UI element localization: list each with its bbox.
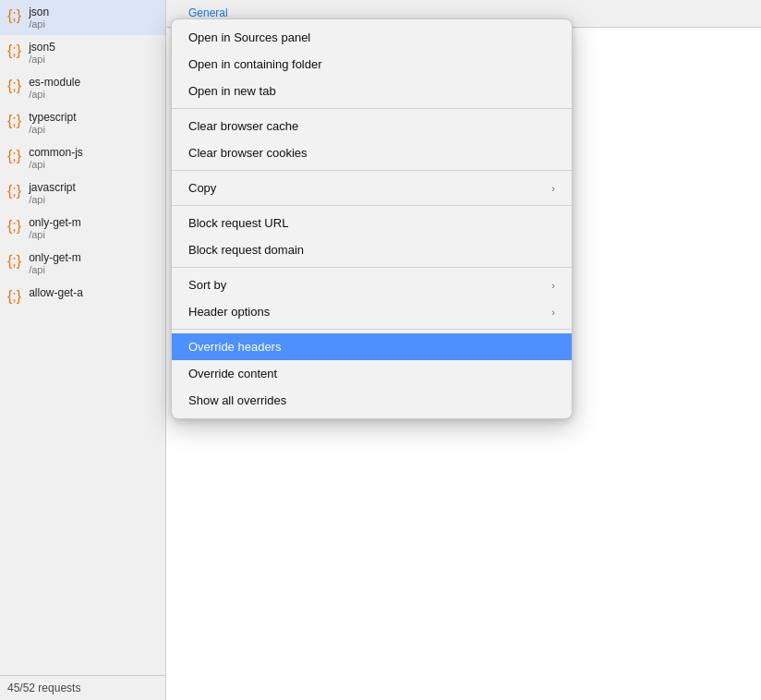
sidebar-name-8: allow-get-a: [29, 286, 83, 299]
menu-separator-2: [172, 108, 572, 109]
menu-item-10[interactable]: Override headers: [172, 333, 572, 360]
menu-item-label-3: Clear browser cache: [188, 119, 298, 133]
menu-item-label-5: Copy: [188, 181, 216, 195]
menu-item-2[interactable]: Open in new tab: [172, 78, 572, 104]
menu-item-arrow-5: ›: [551, 183, 555, 194]
menu-item-label-12: Show all overrides: [188, 393, 286, 407]
sidebar-path-6: /api: [29, 229, 81, 240]
sidebar-item-8[interactable]: {;} allow-get-a: [0, 281, 165, 310]
menu-item-label-6: Block request URL: [188, 216, 288, 230]
sidebar-path-5: /api: [29, 194, 76, 205]
sidebar-name-2: es-module: [29, 76, 80, 89]
sidebar-footer: 45/52 requests: [0, 675, 165, 700]
sidebar-item-3[interactable]: {;} typescript /api: [0, 105, 165, 140]
sidebar-icon-7: {;}: [7, 252, 21, 270]
sidebar: {;} json /api {;} json5 /api {;} es-modu…: [0, 0, 166, 700]
menu-item-arrow-9: ›: [551, 307, 555, 318]
menu-item-8[interactable]: Sort by ›: [172, 272, 572, 298]
menu-item-label-8: Sort by: [188, 278, 226, 292]
menu-item-6[interactable]: Block request URL: [172, 210, 572, 236]
menu-item-label-1: Open in containing folder: [188, 57, 322, 71]
menu-item-label-10: Override headers: [188, 340, 281, 354]
menu-separator-9: [172, 329, 572, 330]
menu-item-1[interactable]: Open in containing folder: [172, 51, 572, 78]
menu-separator-4: [172, 170, 572, 171]
sidebar-item-4[interactable]: {;} common-js /api: [0, 140, 165, 175]
sidebar-icon-6: {;}: [7, 217, 21, 235]
sidebar-item-2[interactable]: {;} es-module /api: [0, 70, 165, 105]
menu-item-label-9: Header options: [188, 305, 270, 319]
sidebar-icon-2: {;}: [7, 77, 21, 94]
menu-item-arrow-8: ›: [551, 280, 555, 291]
menu-item-9[interactable]: Header options ›: [172, 298, 572, 325]
sidebar-icon-5: {;}: [7, 182, 21, 199]
sidebar-path-2: /api: [29, 89, 80, 100]
menu-item-label-2: Open in new tab: [188, 84, 276, 98]
menu-separator-7: [172, 267, 572, 268]
menu-item-label-0: Open in Sources panel: [188, 30, 310, 44]
sidebar-item-1[interactable]: {;} json5 /api: [0, 35, 165, 70]
menu-item-label-4: Clear browser cookies: [188, 146, 308, 160]
menu-item-label-11: Override content: [188, 367, 277, 380]
sidebar-item-5[interactable]: {;} javascript /api: [0, 175, 165, 211]
sidebar-path-0: /api: [29, 18, 49, 30]
sidebar-name-7: only-get-m: [29, 251, 81, 264]
menu-separator-5: [172, 205, 572, 206]
sidebar-icon-8: {;}: [7, 287, 21, 305]
sidebar-icon-3: {;}: [7, 112, 21, 129]
context-menu: Open in Sources panel Open in containing…: [171, 18, 573, 419]
sidebar-name-6: only-get-m: [29, 216, 81, 229]
sidebar-path-4: /api: [29, 159, 83, 170]
sidebar-name-5: javascript: [29, 181, 76, 194]
sidebar-path-7: /api: [29, 264, 81, 275]
sidebar-name-4: common-js: [29, 146, 83, 159]
menu-item-label-7: Block request domain: [188, 243, 304, 257]
sidebar-item-7[interactable]: {;} only-get-m /api: [0, 246, 165, 281]
sidebar-icon-0: {;}: [7, 6, 21, 24]
menu-item-5[interactable]: Copy ›: [172, 175, 572, 201]
sidebar-name-1: json5: [29, 41, 55, 54]
menu-item-7[interactable]: Block request domain: [172, 236, 572, 263]
sidebar-name-3: typescript: [29, 111, 76, 124]
menu-item-0[interactable]: Open in Sources panel: [172, 24, 572, 51]
sidebar-path-3: /api: [29, 124, 76, 135]
menu-item-4[interactable]: Clear browser cookies: [172, 139, 572, 166]
sidebar-name-0: json: [29, 6, 49, 18]
sidebar-item-6[interactable]: {;} only-get-m /api: [0, 211, 165, 246]
sidebar-path-1: /api: [29, 54, 55, 65]
menu-item-12[interactable]: Show all overrides: [172, 387, 572, 414]
menu-item-3[interactable]: Clear browser cache: [172, 113, 572, 139]
sidebar-icon-1: {;}: [7, 42, 21, 59]
sidebar-item-0[interactable]: {;} json /api: [0, 0, 165, 35]
menu-item-11[interactable]: Override content: [172, 360, 572, 387]
sidebar-icon-4: {;}: [7, 147, 21, 164]
